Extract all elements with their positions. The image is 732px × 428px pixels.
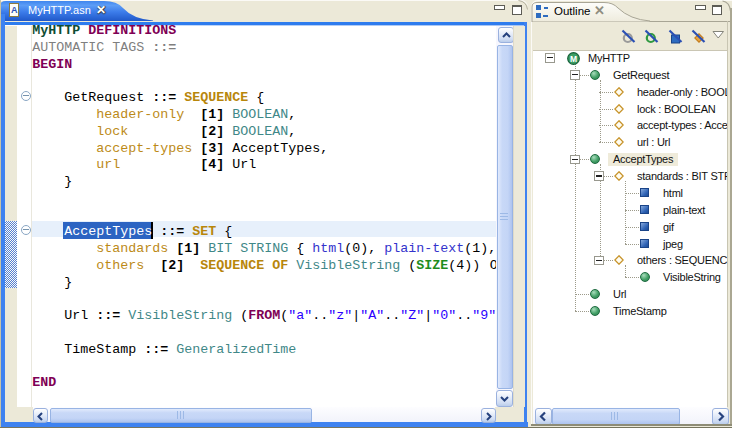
svg-text:M: M	[569, 53, 576, 63]
